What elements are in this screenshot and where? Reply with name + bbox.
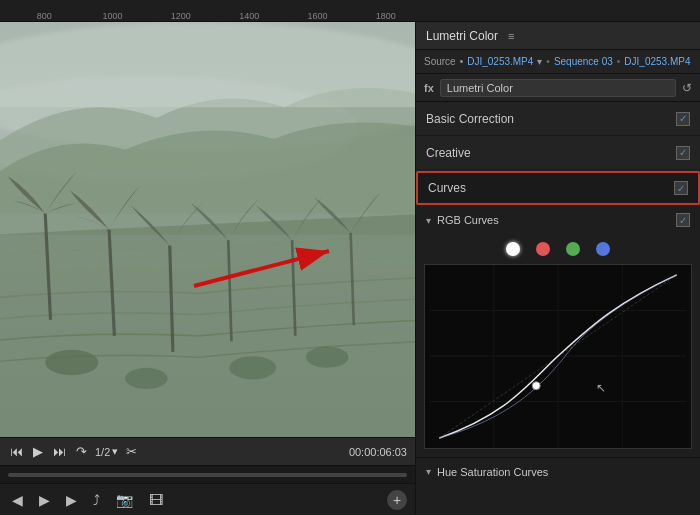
curves-label: Curves [428,181,674,195]
clip-link[interactable]: DJI_0253.MP4 [624,56,690,67]
creative-section[interactable]: Creative [416,136,700,170]
scrubber-bar[interactable] [0,465,415,483]
rgb-curves-header[interactable]: ▾ RGB Curves [416,206,700,234]
video-display [0,22,415,437]
playback-ratio-selector[interactable]: 1/2 ▾ [95,445,118,458]
scrubber-track[interactable] [8,473,407,477]
step-back-button[interactable]: ⏮ [8,442,25,461]
creative-label: Creative [426,146,676,160]
sequence-link[interactable]: Sequence 03 [554,56,613,67]
svg-text:↖: ↖ [596,381,606,395]
play-toolbar-button[interactable]: ▶ [35,490,54,510]
step-fwd-button[interactable]: ⏭ [51,442,68,461]
video-panel: ⏮ ▶ ⏭ ↷ 1/2 ▾ ✂ 00:00:06:03 ◀ ▶ ▶ ⤴ 📷 🎞 … [0,22,415,515]
basic-correction-section[interactable]: Basic Correction [416,102,700,136]
fx-reset-button[interactable]: ↺ [682,81,692,95]
basic-correction-label: Basic Correction [426,112,676,126]
blue-channel-dot[interactable] [596,242,610,256]
source-label: Source [424,56,456,67]
panel-title: Lumetri Color [426,29,498,43]
curves-checkbox[interactable] [674,181,688,195]
ruler-tick-1200: 1200 [147,11,215,21]
next-frame-button[interactable]: ▶ [62,490,81,510]
panel-menu-icon[interactable]: ≡ [508,30,514,42]
source-row: Source • DJI_0253.MP4 ▾ • Sequence 03 • … [416,50,700,74]
curve-svg: ↖ [425,265,691,448]
fx-row: fx Lumetri Color ↺ [416,74,700,102]
source-file-link[interactable]: DJI_0253.MP4 [467,56,533,67]
prev-frame-button[interactable]: ◀ [8,490,27,510]
ruler-ticks: 800 1000 1200 1400 1600 1800 [5,11,420,21]
main-content-area: ⏮ ▶ ⏭ ↷ 1/2 ▾ ✂ 00:00:06:03 ◀ ▶ ▶ ⤴ 📷 🎞 … [0,22,700,515]
ruler-tick-1800: 1800 [352,11,420,21]
ruler-tick-800: 800 [10,11,78,21]
rgb-expand-icon: ▾ [426,215,431,226]
fx-label: fx [424,82,434,94]
rgb-curves-label: RGB Curves [437,214,499,226]
creative-checkbox[interactable] [676,146,690,160]
mark-in-button[interactable]: ✂ [124,442,139,461]
loop-button[interactable]: ↷ [74,442,89,461]
bottom-toolbar: ◀ ▶ ▶ ⤴ 📷 🎞 + [0,483,415,515]
color-channel-dots [416,234,700,264]
svg-point-24 [532,382,540,390]
add-track-button[interactable]: + [387,490,407,510]
ruler-tick-1000: 1000 [78,11,146,21]
clip-button[interactable]: 🎞 [145,490,167,510]
white-channel-dot[interactable] [506,242,520,256]
fx-effect-selector[interactable]: Lumetri Color [440,79,676,97]
video-frame [0,22,415,437]
curves-section-header[interactable]: Curves [416,171,700,205]
panel-header: Lumetri Color ≡ [416,22,700,50]
ruler-tick-1600: 1600 [283,11,351,21]
rgb-curves-checkbox[interactable] [676,213,690,227]
curves-content: ▾ RGB Curves [416,206,700,515]
timecode-display: 00:00:06:03 [349,446,407,458]
svg-rect-14 [0,22,415,107]
curve-graph-area[interactable]: ↖ [424,264,692,449]
timeline-ruler: 800 1000 1200 1400 1600 1800 [0,0,700,22]
export-frame-button[interactable]: 📷 [112,490,137,510]
hue-sat-expand-icon: ▾ [426,466,431,477]
mark-out-button[interactable]: ⤴ [89,490,104,510]
green-channel-dot[interactable] [566,242,580,256]
play-button[interactable]: ▶ [31,442,45,461]
ruler-tick-1400: 1400 [215,11,283,21]
hue-saturation-section[interactable]: ▾ Hue Saturation Curves [416,457,700,485]
video-controls-bar: ⏮ ▶ ⏭ ↷ 1/2 ▾ ✂ 00:00:06:03 [0,437,415,465]
lumetri-color-panel: Lumetri Color ≡ Source • DJI_0253.MP4 ▾ … [415,22,700,515]
hue-sat-label: Hue Saturation Curves [437,466,548,478]
basic-correction-checkbox[interactable] [676,112,690,126]
red-channel-dot[interactable] [536,242,550,256]
